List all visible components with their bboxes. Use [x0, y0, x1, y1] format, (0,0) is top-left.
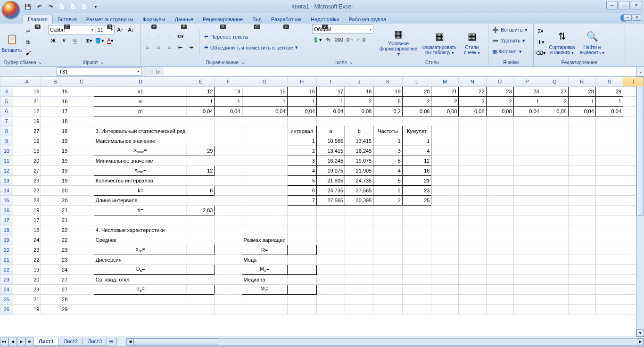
- number-launcher-icon[interactable]: ↘: [349, 61, 353, 65]
- cell-E18[interactable]: [187, 225, 215, 235]
- cell-J12[interactable]: 21,905: [345, 166, 373, 176]
- cell-B25[interactable]: 28: [41, 295, 69, 305]
- cell-G26[interactable]: [242, 305, 287, 314]
- cell-F5[interactable]: 1: [215, 97, 242, 107]
- cell-E6[interactable]: 0,04: [187, 107, 215, 116]
- cell-E9[interactable]: [187, 136, 215, 146]
- cell-O16[interactable]: [486, 206, 513, 215]
- cell-O25[interactable]: [486, 295, 513, 305]
- conditional-formatting-button[interactable]: ▦ Условное форматирование ▾: [378, 26, 419, 58]
- vscroll-thumb[interactable]: [636, 84, 644, 216]
- cell-H4[interactable]: 16: [287, 87, 316, 97]
- cell-R23[interactable]: [568, 275, 595, 285]
- cell-C6[interactable]: [69, 107, 94, 116]
- qat-save-icon[interactable]: 💾: [23, 1, 33, 12]
- cell-M21[interactable]: [431, 255, 459, 265]
- cell-M25[interactable]: [431, 295, 459, 305]
- cell-I26[interactable]: [317, 305, 345, 314]
- cell-P6[interactable]: 0,04: [513, 107, 541, 116]
- cell-P13[interactable]: [513, 176, 541, 186]
- cell-E22[interactable]: [187, 265, 215, 275]
- row-header-20[interactable]: 20: [0, 245, 13, 255]
- cell-O21[interactable]: [486, 255, 513, 265]
- cell-B6[interactable]: 17: [41, 107, 69, 116]
- cell-L10[interactable]: 4: [402, 146, 431, 156]
- currency-icon[interactable]: 💲▾: [312, 34, 322, 45]
- cell-P23[interactable]: [513, 275, 541, 285]
- cell-O9[interactable]: [486, 136, 513, 146]
- cell-G24[interactable]: Ml=: [242, 285, 287, 295]
- sort-filter-button[interactable]: ⇅ Сортировка и фильтр ▾: [547, 26, 577, 58]
- clear-icon[interactable]: ⌫▾: [536, 48, 546, 58]
- cell-R16[interactable]: [568, 206, 595, 215]
- cell-G17[interactable]: [242, 215, 287, 225]
- cell-Q22[interactable]: [541, 265, 568, 275]
- cell-P15[interactable]: [513, 196, 541, 206]
- row-header-22[interactable]: 22: [0, 265, 13, 275]
- cell-E21[interactable]: [187, 255, 215, 265]
- format-as-table-button[interactable]: ▦ Форматировать как таблицу ▾: [420, 26, 459, 58]
- cell-Q23[interactable]: [541, 275, 568, 285]
- sheet-tab-1[interactable]: Лист1: [33, 338, 59, 346]
- cell-N8[interactable]: [459, 126, 486, 136]
- cell-B19[interactable]: 22: [41, 235, 69, 245]
- cell-A9[interactable]: 19: [13, 136, 41, 146]
- cell-K25[interactable]: [373, 295, 403, 305]
- cell-K8[interactable]: Частоты: [373, 126, 403, 136]
- cell-O11[interactable]: [486, 156, 513, 166]
- col-header-S[interactable]: S: [595, 77, 623, 87]
- cell-F17[interactable]: [215, 215, 242, 225]
- cell-P12[interactable]: [513, 166, 541, 176]
- fill-color-icon[interactable]: 🪣▾: [94, 35, 105, 46]
- row-header-18[interactable]: 18: [0, 225, 13, 235]
- cell-L16[interactable]: [402, 206, 431, 215]
- cell-G23[interactable]: Медиана: [242, 275, 287, 285]
- cell-B14[interactable]: 20: [41, 186, 69, 196]
- cell-R4[interactable]: 28: [568, 87, 595, 97]
- alignment-launcher-icon[interactable]: ↘: [241, 61, 244, 65]
- borders-icon[interactable]: ⊞▾: [83, 35, 94, 46]
- cell-Q17[interactable]: [541, 215, 568, 225]
- cell-K11[interactable]: 8: [373, 156, 403, 166]
- cell-D24[interactable]: σв=: [94, 285, 187, 295]
- cell-N22[interactable]: [459, 265, 486, 275]
- cell-M9[interactable]: [431, 136, 459, 146]
- cell-E16[interactable]: 2,83: [187, 206, 215, 215]
- cell-Q4[interactable]: 27: [541, 87, 568, 97]
- cell-G7[interactable]: [242, 116, 287, 126]
- col-header-T[interactable]: T: [623, 77, 644, 87]
- cell-G19[interactable]: Размах вариации: [242, 235, 287, 245]
- cell-Q8[interactable]: [541, 126, 568, 136]
- cell-O14[interactable]: [486, 186, 513, 196]
- maximize-button[interactable]: ▭: [619, 1, 630, 9]
- cell-L22[interactable]: [402, 265, 431, 275]
- cell-L25[interactable]: [402, 295, 431, 305]
- cell-N25[interactable]: [459, 295, 486, 305]
- cell-P22[interactable]: [513, 265, 541, 275]
- cell-H13[interactable]: 5: [287, 176, 316, 186]
- cell-S16[interactable]: [595, 206, 623, 215]
- cell-I23[interactable]: [317, 275, 345, 285]
- cell-N15[interactable]: [459, 196, 486, 206]
- cell-S10[interactable]: [595, 146, 623, 156]
- cell-J22[interactable]: [345, 265, 373, 275]
- cell-C25[interactable]: [69, 295, 94, 305]
- cell-N14[interactable]: [459, 186, 486, 196]
- cell-N21[interactable]: [459, 255, 486, 265]
- cell-A7[interactable]: 19: [13, 116, 41, 126]
- cell-G5[interactable]: 1: [242, 97, 287, 107]
- cell-K13[interactable]: 5: [373, 176, 403, 186]
- cell-D13[interactable]: Количество интервалов: [94, 176, 187, 186]
- cell-D18[interactable]: 4. Числовые характеристики: [94, 225, 187, 235]
- cell-D17[interactable]: [94, 215, 187, 225]
- cell-F24[interactable]: [215, 285, 242, 295]
- cell-Q14[interactable]: [541, 186, 568, 196]
- cell-M19[interactable]: [431, 235, 459, 245]
- cell-O26[interactable]: [486, 305, 513, 314]
- cell-O18[interactable]: [486, 225, 513, 235]
- cell-F26[interactable]: [215, 305, 242, 314]
- cell-C18[interactable]: [69, 225, 94, 235]
- cell-P14[interactable]: [513, 186, 541, 196]
- row-header-4[interactable]: 4: [0, 87, 13, 97]
- cell-K18[interactable]: [373, 225, 403, 235]
